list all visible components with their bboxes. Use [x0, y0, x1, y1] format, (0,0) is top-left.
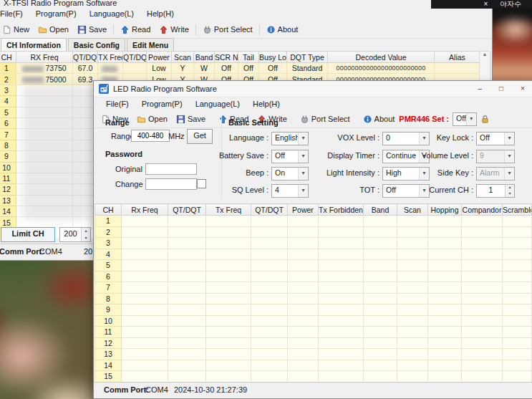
table-row[interactable]: 12	[95, 337, 532, 349]
cell[interactable]	[168, 337, 206, 349]
column-header[interactable]: Decoded Value	[328, 52, 435, 63]
column-header[interactable]: Band	[364, 204, 397, 216]
cell[interactable]	[319, 293, 364, 304]
cell[interactable]	[462, 327, 503, 338]
cell[interactable]	[462, 226, 503, 238]
cell[interactable]	[428, 249, 462, 260]
cell[interactable]	[503, 337, 532, 349]
column-header[interactable]: Power	[288, 204, 319, 216]
cell[interactable]	[251, 360, 288, 371]
table-row[interactable]: 14	[95, 360, 532, 371]
side-key-select[interactable]: Alarm▾	[476, 167, 515, 181]
cell[interactable]	[462, 249, 503, 260]
ch-cell[interactable]: 2	[0, 74, 16, 85]
key-lock-select[interactable]: Off▾	[476, 132, 515, 145]
ch-cell[interactable]: 10	[0, 162, 16, 173]
cell[interactable]	[428, 315, 462, 327]
column-header[interactable]: Alias	[435, 52, 480, 63]
column-header[interactable]: Scramble	[503, 204, 532, 216]
cell[interactable]	[503, 226, 532, 238]
cell[interactable]	[462, 271, 503, 282]
cell[interactable]	[364, 327, 397, 338]
cell[interactable]	[288, 371, 319, 383]
cell[interactable]	[122, 371, 168, 383]
cell[interactable]	[168, 327, 206, 338]
cell[interactable]	[251, 238, 288, 249]
tab-edit-menu[interactable]: Edit Menu	[127, 38, 174, 51]
cell[interactable]	[288, 271, 319, 282]
spin-down-icon[interactable]: ▾	[506, 191, 514, 198]
cell[interactable]	[122, 327, 168, 338]
cell[interactable]	[206, 249, 251, 260]
cell[interactable]	[206, 337, 251, 349]
ch-cell[interactable]: 7	[95, 282, 122, 294]
tab-basic-config[interactable]: Basic Config	[68, 38, 125, 51]
cell[interactable]	[503, 315, 532, 327]
light-intensity-select[interactable]: High▾	[382, 167, 430, 181]
sq-level-select[interactable]: 4▾	[271, 184, 309, 198]
ch-cell[interactable]: 8	[95, 293, 122, 304]
ch-cell[interactable]: 2	[95, 226, 122, 238]
spinner-arrows[interactable]: ▴▾	[81, 228, 90, 241]
cell[interactable]	[364, 349, 397, 360]
column-header[interactable]: Tail	[238, 52, 259, 63]
cell[interactable]	[251, 226, 288, 238]
ch-cell[interactable]: 5	[95, 260, 122, 271]
spin-up-icon[interactable]: ▴	[82, 228, 90, 235]
volume-level-select[interactable]: 9▾	[476, 150, 515, 163]
cell[interactable]	[397, 304, 428, 316]
cell[interactable]	[122, 360, 168, 371]
cell[interactable]	[319, 349, 364, 360]
column-header[interactable]: CH	[95, 204, 122, 216]
limit-ch-button[interactable]: Limit CH	[1, 227, 55, 242]
table-row[interactable]: 7	[95, 282, 532, 294]
cell[interactable]	[364, 315, 397, 327]
cell[interactable]	[251, 371, 288, 383]
cell[interactable]	[503, 238, 532, 249]
cell[interactable]	[397, 238, 428, 249]
cell[interactable]	[397, 260, 428, 271]
ch-cell[interactable]: 3	[0, 85, 16, 95]
ch-cell[interactable]: 4	[95, 249, 122, 260]
new-button[interactable]: New	[0, 24, 34, 36]
cell[interactable]	[206, 371, 251, 383]
cell[interactable]	[364, 293, 397, 304]
cell[interactable]	[319, 315, 364, 327]
cell[interactable]	[288, 304, 319, 316]
cell[interactable]	[428, 226, 462, 238]
cell[interactable]	[428, 260, 462, 271]
cell[interactable]	[364, 260, 397, 271]
cell[interactable]	[364, 371, 397, 383]
column-header[interactable]: QT/DQT	[168, 204, 206, 216]
cell-tx_qt[interactable]	[123, 63, 147, 74]
cell[interactable]	[319, 226, 364, 238]
cell[interactable]	[168, 304, 206, 316]
cell[interactable]	[251, 327, 288, 338]
cell[interactable]	[319, 304, 364, 316]
cell[interactable]	[168, 293, 206, 304]
cell[interactable]	[122, 293, 168, 304]
cell[interactable]	[122, 349, 168, 360]
cell[interactable]	[251, 337, 288, 349]
cell[interactable]	[503, 249, 532, 260]
cell[interactable]	[251, 271, 288, 282]
column-header[interactable]: QT/DQT	[73, 52, 98, 63]
cell[interactable]	[397, 360, 428, 371]
read-button[interactable]: Read	[116, 24, 155, 36]
save-button[interactable]: Save	[73, 24, 111, 36]
cell[interactable]	[428, 282, 462, 294]
cell[interactable]	[364, 337, 397, 349]
ch-cell[interactable]: 10	[95, 315, 122, 327]
cell[interactable]	[122, 282, 168, 294]
cell[interactable]	[397, 226, 428, 238]
column-header[interactable]: Scan	[172, 52, 194, 63]
ch-cell[interactable]: 14	[95, 360, 122, 371]
cell[interactable]	[428, 371, 462, 383]
table-row[interactable]: 13	[95, 349, 532, 360]
cell[interactable]	[122, 238, 168, 249]
column-header[interactable]: Band	[194, 52, 215, 63]
cell[interactable]	[251, 304, 288, 316]
spin-down-icon[interactable]: ▾	[82, 235, 90, 242]
cell[interactable]	[503, 216, 532, 227]
cell[interactable]	[462, 238, 503, 249]
